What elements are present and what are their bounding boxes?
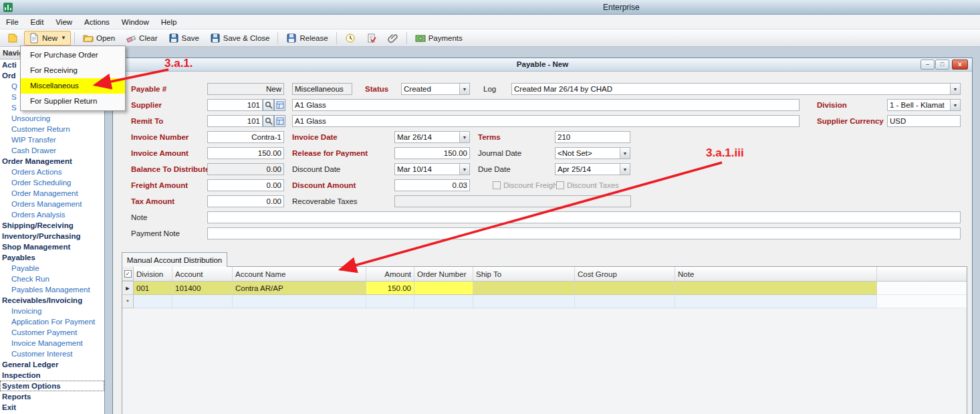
supplier-code-field[interactable]: 101	[207, 99, 263, 111]
attachment-button[interactable]	[383, 31, 403, 45]
release-button[interactable]: Release	[281, 31, 332, 45]
sidebar-item-inventory-purchasing[interactable]: Inventory/Purchasing	[0, 231, 104, 241]
sidebar-item-invoice-management[interactable]: Invoice Management	[0, 338, 104, 348]
cell-amount[interactable]	[366, 295, 414, 308]
due-date-select[interactable]: Apr 25/14▼	[555, 163, 630, 175]
freight-amount-field[interactable]: 0.00	[207, 179, 284, 191]
sidebar-item-order-scheduling[interactable]: Order Scheduling	[0, 177, 104, 188]
sidebar-item-unsourcing[interactable]: Unsourcing	[0, 113, 104, 124]
release-for-payment-field[interactable]: 150.00	[394, 147, 470, 159]
minimize-button[interactable]: –	[921, 60, 935, 70]
terms-field[interactable]: 210	[555, 131, 630, 143]
sidebar-item-general-ledger[interactable]: General Ledger	[0, 359, 104, 370]
supplier-currency-field[interactable]: USD	[887, 115, 961, 127]
grid-column-ship-to[interactable]: Ship To	[473, 267, 575, 281]
save-close-button[interactable]: Save & Close	[205, 31, 275, 45]
sidebar-item-cash-drawer[interactable]: Cash Drawer	[0, 145, 104, 156]
grid-column-note[interactable]: Note	[675, 267, 877, 281]
menu-view[interactable]: View	[49, 15, 78, 29]
sidebar-item-orders-management[interactable]: Orders Management	[0, 199, 104, 209]
sidebar-item-receivables-invoicing[interactable]: Receivables/Invoicing	[0, 295, 104, 306]
schedule-button[interactable]	[340, 31, 360, 45]
cell-division[interactable]	[134, 295, 172, 308]
cell-cost-group[interactable]	[575, 282, 675, 295]
remit-to-name-field[interactable]: A1 Glass	[292, 115, 800, 127]
grid-column-division[interactable]: Division	[134, 267, 172, 281]
table-row[interactable]: ► 001 101400 Contra AR/AP 150.00	[122, 282, 967, 295]
supplier-lookup-button[interactable]	[263, 99, 274, 111]
status-select[interactable]: Created▼	[401, 83, 470, 95]
open-button[interactable]: Open	[78, 31, 120, 45]
grid-indicator-header[interactable]: ✓	[122, 267, 134, 281]
cell-cost-group[interactable]	[575, 295, 675, 308]
sidebar-item-order-management[interactable]: Order Management	[0, 188, 104, 199]
sidebar-item-wip-transfer[interactable]: WIP Transfer	[0, 134, 104, 145]
close-button[interactable]: ×	[952, 60, 968, 70]
log-select[interactable]: Created Mar 26/14 by CHAD▼	[511, 83, 961, 95]
save-button[interactable]: Save	[164, 31, 204, 45]
cell-account[interactable]: 101400	[172, 282, 233, 295]
grid-column-cost-group[interactable]: Cost Group	[575, 267, 675, 281]
clear-button[interactable]: Clear	[121, 31, 162, 45]
remit-to-code-field[interactable]: 101	[207, 115, 263, 127]
cell-account-name[interactable]	[233, 295, 366, 308]
division-select[interactable]: 1 - Bell - Klamat▼	[887, 99, 961, 111]
menu-actions[interactable]: Actions	[78, 15, 116, 29]
menu-item-for-supplier-return[interactable]: For Supplier Return	[21, 94, 125, 109]
new-button[interactable]: New ▼	[24, 31, 71, 45]
sidebar-item-order-management[interactable]: Order Management	[0, 156, 104, 167]
discount-date-select[interactable]: Mar 10/14▼	[394, 163, 470, 175]
note-field[interactable]	[207, 211, 961, 223]
menu-item-for-receiving[interactable]: For Receiving	[21, 63, 125, 78]
sidebar-item-customer-return[interactable]: Customer Return	[0, 124, 104, 134]
remit-to-detail-button[interactable]	[274, 115, 285, 127]
journal-date-select[interactable]: <Not Set>▼	[555, 147, 630, 159]
tax-amount-field[interactable]: 0.00	[207, 195, 284, 207]
supplier-detail-button[interactable]	[274, 99, 285, 111]
remit-to-lookup-button[interactable]	[263, 115, 274, 127]
payments-button[interactable]: Payments	[410, 31, 467, 45]
cell-note[interactable]	[675, 282, 877, 295]
menu-file[interactable]: File	[0, 15, 25, 29]
grid-column-account[interactable]: Account	[172, 267, 233, 281]
sidebar-item-orders-analysis[interactable]: Orders Analysis	[0, 209, 104, 220]
sidebar-item-payables[interactable]: Payables	[0, 252, 104, 263]
grid-column-amount[interactable]: Amount	[366, 267, 414, 281]
menu-window[interactable]: Window	[116, 15, 155, 29]
grid-column-order-number[interactable]: Order Number	[414, 267, 473, 281]
sidebar-item-reports[interactable]: Reports	[0, 391, 104, 402]
grid-select-all-icon[interactable]: ✓	[124, 270, 132, 278]
cell-ship-to[interactable]	[473, 282, 575, 295]
cell-division[interactable]: 001	[134, 282, 172, 295]
sidebar-item-exit[interactable]: Exit	[0, 402, 104, 413]
menu-edit[interactable]: Edit	[25, 15, 50, 29]
invoice-date-select[interactable]: Mar 26/14▼	[394, 131, 470, 143]
sidebar-item-application-for-payment[interactable]: Application For Payment	[0, 316, 104, 327]
invoice-amount-field[interactable]: 150.00	[207, 147, 284, 159]
sidebar-item-invoicing[interactable]: Invoicing	[0, 306, 104, 316]
sidebar-item-payable[interactable]: Payable	[0, 263, 104, 274]
payment-note-field[interactable]	[207, 227, 961, 239]
sidebar-item-customer-payment[interactable]: Customer Payment	[0, 327, 104, 338]
restore-button[interactable]: □	[935, 60, 949, 70]
sidebar-item-shop-management[interactable]: Shop Management	[0, 241, 104, 252]
sidebar-item-orders-actions[interactable]: Orders Actions	[0, 167, 104, 177]
grid-column-account-name[interactable]: Account Name	[233, 267, 366, 281]
sidebar-item-payables-management[interactable]: Payables Management	[0, 284, 104, 295]
sidebar-item-shipping-receiving[interactable]: Shipping/Receiving	[0, 220, 104, 231]
cell-note[interactable]	[675, 295, 877, 308]
cell-ship-to[interactable]	[473, 295, 575, 308]
cell-order-number[interactable]	[414, 282, 473, 295]
menu-item-miscellaneous[interactable]: Miscellaneous	[21, 78, 125, 94]
supplier-name-field[interactable]: A1 Glass	[292, 99, 800, 111]
sidebar-item-system-options[interactable]: System Options	[0, 381, 104, 391]
sidebar-item-inspection[interactable]: Inspection	[0, 370, 104, 381]
cell-account[interactable]	[172, 295, 233, 308]
menu-help[interactable]: Help	[155, 15, 183, 29]
verify-button[interactable]	[362, 31, 382, 45]
menu-item-for-purchase-order[interactable]: For Purchase Order	[21, 47, 125, 63]
invoice-number-field[interactable]: Contra-1	[207, 131, 284, 143]
table-new-row[interactable]: *	[122, 295, 967, 308]
cell-order-number[interactable]	[414, 295, 473, 308]
sidebar-item-check-run[interactable]: Check Run	[0, 274, 104, 284]
